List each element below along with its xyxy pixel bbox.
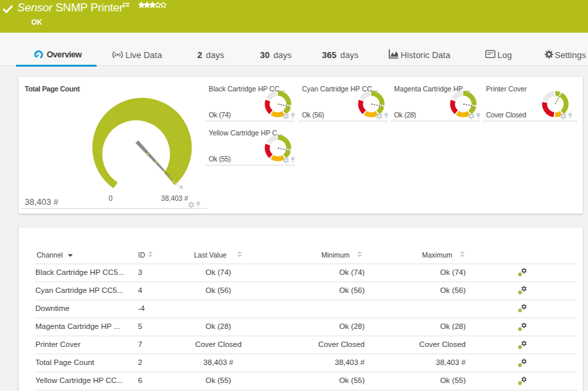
svg-text:x: x (180, 183, 183, 190)
